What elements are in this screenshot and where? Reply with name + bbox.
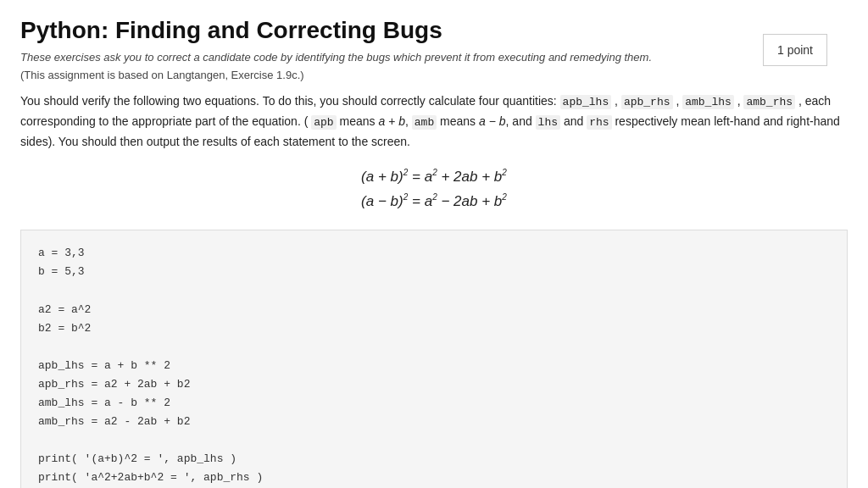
code-block: a = 3,3 b = 5,3 a2 = a^2 b2 = b^2 apb_lh… xyxy=(20,230,848,488)
amb-code: amb xyxy=(412,115,437,130)
var-amb-lhs: amb_lhs xyxy=(682,95,734,109)
math-section: (a + b)2 = a2 + 2ab + b2 (a − b)2 = a2 −… xyxy=(20,168,848,209)
points-label: 1 point xyxy=(777,43,813,57)
apb-code: apb xyxy=(311,115,336,130)
description: You should verify the following two equa… xyxy=(20,92,848,151)
var-apb-rhs: apb_rhs xyxy=(621,95,673,109)
var-apb-lhs: apb_lhs xyxy=(560,95,612,109)
lhs-code: lhs xyxy=(536,115,560,130)
points-box: 1 point xyxy=(763,34,827,66)
var-amb-rhs: amb_rhs xyxy=(743,95,795,109)
subtitle: These exercises ask you to correct a can… xyxy=(20,51,848,64)
equation-1: (a + b)2 = a2 + 2ab + b2 xyxy=(20,168,848,186)
page-title: Python: Finding and Correcting Bugs xyxy=(20,17,848,44)
rhs-code: rhs xyxy=(587,115,611,130)
assignment-note: (This assignment is based on Langtangen,… xyxy=(20,69,848,81)
equation-2: (a − b)2 = a2 − 2ab + b2 xyxy=(20,192,848,210)
